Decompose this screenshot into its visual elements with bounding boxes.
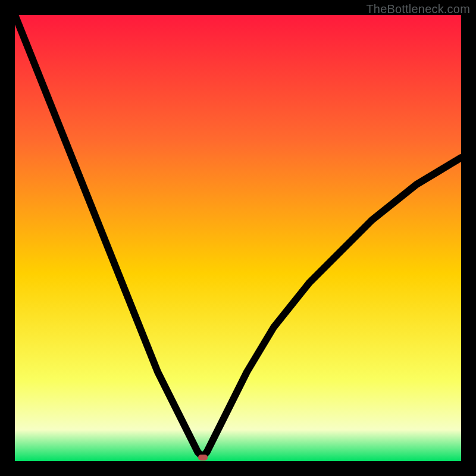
curve-layer xyxy=(15,15,461,461)
chart-frame: TheBottleneck.com xyxy=(0,0,476,476)
minimum-marker xyxy=(198,455,208,461)
bottleneck-curve xyxy=(15,15,461,457)
watermark-text: TheBottleneck.com xyxy=(366,2,470,16)
plot-area xyxy=(14,14,462,462)
